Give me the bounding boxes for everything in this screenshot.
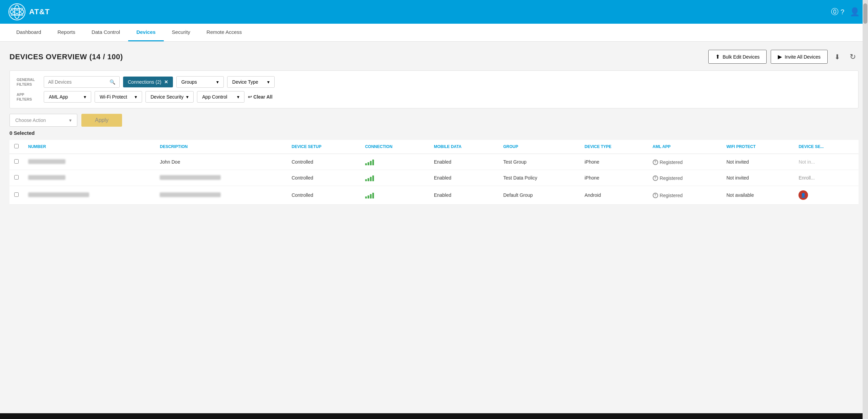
nav-item-remote-access[interactable]: Remote Access	[198, 24, 250, 41]
row1-connection	[360, 154, 429, 170]
device-type-filter-dropdown[interactable]: Device Type ▾	[227, 76, 275, 88]
brand-logo: AT&T	[8, 3, 50, 21]
bar3	[370, 161, 372, 165]
bar2	[368, 178, 369, 181]
wifi-protect-filter-dropdown[interactable]: Wi-Fi Protect ▾	[95, 91, 142, 103]
header: AT&T ⓪ ? 👤	[0, 0, 868, 24]
connections-filter-close[interactable]: ✕	[164, 79, 168, 85]
connections-filter-tag[interactable]: Connections (2) ✕	[123, 77, 173, 87]
question-icon: ⓪	[831, 7, 839, 16]
table-row: John Doe Controlled Enabled Test Group i…	[9, 154, 859, 170]
row3-description	[155, 186, 287, 205]
main-content: DEVICES OVERVIEW (14 / 100) ⬆ Bulk Edit …	[0, 42, 868, 413]
row2-number-blurred	[28, 175, 65, 180]
column-mobile-data: MOBILE DATA	[429, 140, 499, 154]
column-device-setup: DEVICE SETUP	[287, 140, 360, 154]
refresh-icon: ↻	[850, 53, 856, 61]
clear-all-button[interactable]: ↩ Clear All	[248, 94, 272, 100]
row2-device-security-label: Enroll...	[798, 175, 814, 181]
table-row: Controlled Enabled Test Data Policy iPho…	[9, 170, 859, 186]
filters-section: GENERALFILTERS 🔍 Connections (2) ✕ Group…	[9, 70, 859, 108]
nav-bar: Dashboard Reports Data Control Devices S…	[0, 24, 868, 42]
scrollbar[interactable]	[863, 0, 868, 419]
all-devices-search[interactable]: 🔍	[44, 76, 120, 88]
download-icon: ⬇	[834, 53, 840, 61]
row3-wifi-protect: Not available	[722, 186, 794, 205]
scroll-thumb[interactable]	[863, 3, 867, 24]
invite-all-label: Invite All Devices	[785, 54, 821, 60]
nav-item-reports[interactable]: Reports	[49, 24, 83, 41]
row3-connection	[360, 186, 429, 205]
row1-device-security-label: Not in...	[798, 159, 815, 165]
row1-aml-label: Registered	[660, 160, 683, 165]
row3-signal-bars	[365, 192, 425, 198]
help-button[interactable]: ⓪ ?	[831, 7, 844, 17]
groups-chevron-icon: ▾	[216, 79, 219, 85]
app-control-filter-label: App Control	[202, 94, 227, 100]
bar2	[368, 162, 369, 165]
aml-app-chevron-icon: ▾	[84, 94, 86, 100]
groups-filter-dropdown[interactable]: Groups ▾	[176, 76, 224, 88]
bar4	[372, 160, 374, 165]
page-title: DEVICES OVERVIEW (14 / 100)	[9, 53, 123, 61]
choose-action-dropdown[interactable]: Choose Action ▾	[9, 114, 77, 127]
row1-checkbox[interactable]	[14, 159, 19, 164]
footer: AT&T	[0, 413, 868, 419]
row3-aml-app: ? Registered	[648, 186, 722, 205]
row2-group: Test Data Policy	[498, 170, 580, 186]
device-security-filter-dropdown[interactable]: Device Security ▾	[145, 91, 194, 103]
refresh-button[interactable]: ↻	[847, 51, 859, 63]
apply-button[interactable]: Apply	[81, 114, 122, 127]
table-header-row: NUMBER DESCRIPTION DEVICE SETUP CONNECTI…	[9, 140, 859, 154]
nav-item-dashboard[interactable]: Dashboard	[8, 24, 49, 41]
groups-filter-label: Groups	[181, 79, 197, 85]
row2-mobile-data: Enabled	[429, 170, 499, 186]
row2-device-type: iPhone	[580, 170, 648, 186]
nav-label-security: Security	[172, 29, 190, 35]
app-control-filter-dropdown[interactable]: App Control ▾	[197, 91, 244, 103]
bar2	[368, 195, 369, 198]
column-description: DESCRIPTION	[155, 140, 287, 154]
send-icon: ▶	[778, 54, 782, 60]
nav-item-security[interactable]: Security	[164, 24, 198, 41]
bulk-edit-label: Bulk Edit Devices	[723, 54, 760, 60]
search-icon: 🔍	[110, 79, 115, 85]
bulk-edit-devices-button[interactable]: ⬆ Bulk Edit Devices	[708, 50, 767, 64]
general-filters-label: GENERALFILTERS	[17, 77, 40, 87]
column-group: GROUP	[498, 140, 580, 154]
aml-app-filter-dropdown[interactable]: AML App ▾	[44, 91, 91, 103]
brand-name: AT&T	[29, 7, 50, 16]
nav-item-devices[interactable]: Devices	[128, 24, 164, 41]
bar4	[372, 193, 374, 198]
download-button[interactable]: ⬇	[832, 51, 843, 62]
row1-aml-icon: ?	[653, 160, 658, 165]
row2-checkbox[interactable]	[14, 175, 19, 180]
row1-device-type: iPhone	[580, 154, 648, 170]
row1-wifi-protect: Not invited	[722, 154, 794, 170]
search-input[interactable]	[48, 79, 107, 85]
row1-number	[23, 154, 155, 170]
invite-all-devices-button[interactable]: ▶ Invite All Devices	[771, 50, 828, 64]
row2-description	[155, 170, 287, 186]
nav-label-data-control: Data Control	[92, 29, 120, 35]
user-profile-button[interactable]: 👤	[850, 7, 860, 17]
nav-item-data-control[interactable]: Data Control	[83, 24, 128, 41]
column-device-type: DEVICE TYPE	[580, 140, 648, 154]
bar3	[370, 177, 372, 181]
row3-device-security: 👤	[794, 186, 859, 205]
row3-checkbox[interactable]	[14, 192, 19, 197]
clear-all-label: Clear All	[253, 94, 272, 100]
row3-number	[23, 186, 155, 205]
row1-device-security: Not in...	[794, 154, 859, 170]
row1-mobile-data: Enabled	[429, 154, 499, 170]
device-type-filter-label: Device Type	[232, 79, 258, 85]
choose-action-chevron-icon: ▾	[69, 118, 72, 123]
select-all-checkbox[interactable]	[14, 144, 19, 148]
nav-label-dashboard: Dashboard	[16, 29, 41, 35]
nav-label-devices: Devices	[136, 29, 156, 35]
bar3	[370, 194, 372, 198]
row1-checkbox-cell	[9, 154, 23, 170]
apply-label: Apply	[95, 117, 108, 123]
app-filters-row: APPFILTERS AML App ▾ Wi-Fi Protect ▾ Dev…	[17, 91, 851, 103]
row3-device-type: Android	[580, 186, 648, 205]
